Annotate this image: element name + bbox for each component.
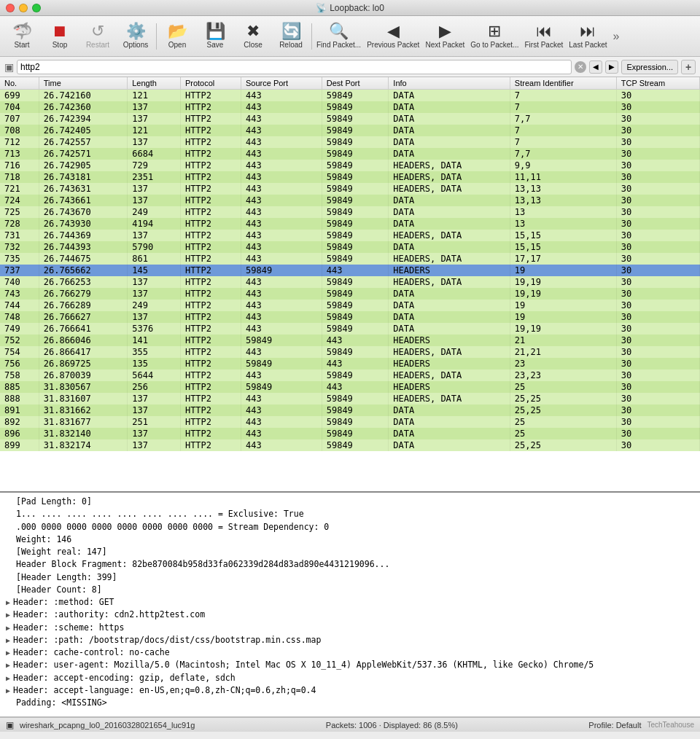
maximize-window-button[interactable]: [32, 4, 41, 12]
col-stream-id: Stream Identifier: [510, 77, 616, 90]
table-cell: 443: [241, 113, 322, 125]
table-cell: 26.743661: [39, 195, 128, 206]
expand-arrow-icon: ▶: [6, 685, 10, 696]
toolbar-separator-1: [156, 23, 157, 50]
filter-input[interactable]: [17, 60, 572, 74]
detail-line[interactable]: ▶Header: accept-encoding: gzip, deflate,…: [0, 672, 700, 684]
table-cell: 30: [616, 160, 699, 171]
table-cell: 443: [322, 335, 389, 346]
packet-table: No. Time Length Protocol Source Port Des…: [0, 77, 700, 451]
filter-forward-button[interactable]: ▶: [605, 60, 618, 74]
table-cell: 59849: [241, 335, 322, 346]
table-row[interactable]: 75426.866417355HTTP244359849HEADERS, DAT…: [0, 346, 700, 358]
stop-button[interactable]: ⏹ Stop: [41, 18, 79, 55]
table-cell: 30: [616, 370, 699, 381]
table-cell: 30: [616, 428, 699, 439]
table-row[interactable]: 72126.743631137HTTP244359849HEADERS, DAT…: [0, 183, 700, 195]
start-button[interactable]: 🦈 Start: [3, 18, 41, 55]
previous-packet-button[interactable]: ◀ Previous Packet: [364, 18, 422, 55]
reload-icon: 🔄: [281, 23, 301, 39]
table-cell: 9,9: [510, 160, 616, 171]
table-row[interactable]: 74026.766253137HTTP244359849HEADERS, DAT…: [0, 276, 700, 288]
table-row[interactable]: 71326.7425716684HTTP244359849DATA7,730: [0, 148, 700, 160]
table-row[interactable]: 70426.742360137HTTP244359849DATA730: [0, 101, 700, 113]
table-cell: 443: [241, 90, 322, 102]
table-row[interactable]: 72426.743661137HTTP244359849DATA13,1330: [0, 195, 700, 206]
table-row[interactable]: 73726.765662145HTTP259849443HEADERS1930: [0, 265, 700, 276]
first-packet-button[interactable]: ⏮ First Packet: [521, 18, 566, 55]
detail-line[interactable]: ▶Header: :method: GET: [0, 596, 700, 609]
table-cell: 704: [0, 101, 39, 113]
table-cell: HTTP2: [180, 439, 241, 451]
table-row[interactable]: 73226.7443935790HTTP244359849DATA15,1530: [0, 241, 700, 253]
packet-table-wrapper[interactable]: No. Time Length Protocol Source Port Des…: [0, 77, 700, 493]
detail-line[interactable]: ▶Header: :scheme: https: [0, 622, 700, 634]
detail-line[interactable]: ▶Header: :path: /bootstrap/docs/dist/css…: [0, 634, 700, 646]
table-row[interactable]: 72826.7439304194HTTP244359849DATA1330: [0, 218, 700, 230]
filter-add-button[interactable]: +: [681, 60, 696, 74]
detail-pane[interactable]: [Pad Length: 0]1... .... .... .... .... …: [0, 493, 700, 717]
table-cell: 5644: [128, 370, 181, 381]
table-row[interactable]: 88531.830567256HTTP259849443HEADERS2530: [0, 381, 700, 393]
table-row[interactable]: 75226.866046141HTTP259849443HEADERS2130: [0, 335, 700, 346]
table-cell: 30: [616, 346, 699, 358]
next-packet-button[interactable]: ▶ Next Packet: [422, 18, 467, 55]
table-row[interactable]: 74326.766279137HTTP244359849DATA19,1930: [0, 288, 700, 300]
find-packet-button[interactable]: 🔍 Find Packet...: [314, 18, 364, 55]
table-row[interactable]: 71826.7431812351HTTP244359849HEADERS, DA…: [0, 171, 700, 183]
open-button[interactable]: 📂 Open: [158, 18, 196, 55]
table-cell: 718: [0, 171, 39, 183]
table-row[interactable]: 74426.766289249HTTP244359849DATA1930: [0, 300, 700, 311]
table-row[interactable]: 70726.742394137HTTP244359849DATA7,730: [0, 113, 700, 125]
reload-button[interactable]: 🔄 Reload: [272, 18, 310, 55]
table-row[interactable]: 74926.7666415376HTTP244359849DATA19,1930: [0, 323, 700, 335]
table-row[interactable]: 75626.869725135HTTP259849443HEADERS2330: [0, 358, 700, 370]
table-cell: 59849: [322, 183, 389, 195]
table-cell: 19: [510, 300, 616, 311]
detail-line[interactable]: ▶Header: user-agent: Mozilla/5.0 (Macint…: [0, 659, 700, 671]
restart-button[interactable]: ↺ Restart: [79, 18, 117, 55]
minimize-window-button[interactable]: [19, 4, 28, 12]
table-row[interactable]: 72526.743670249HTTP244359849DATA1330: [0, 206, 700, 218]
table-cell: 59849: [322, 148, 389, 160]
detail-line[interactable]: ▶Header: accept-language: en-US,en;q=0.8…: [0, 684, 700, 697]
toolbar-more-button[interactable]: »: [610, 30, 623, 43]
table-row[interactable]: 73126.744369137HTTP244359849HEADERS, DAT…: [0, 230, 700, 241]
options-button[interactable]: ⚙️ Options: [117, 18, 155, 55]
table-row[interactable]: 89231.831677251HTTP244359849DATA2530: [0, 416, 700, 428]
table-row[interactable]: 69926.742160121HTTP244359849DATA730: [0, 90, 700, 102]
table-row[interactable]: 71626.742905729HTTP244359849HEADERS, DAT…: [0, 160, 700, 171]
table-row[interactable]: 73526.744675861HTTP244359849HEADERS, DAT…: [0, 253, 700, 265]
col-length: Length: [128, 77, 181, 90]
table-cell: 137: [128, 311, 181, 323]
save-button[interactable]: 💾 Save: [196, 18, 234, 55]
table-cell: 30: [616, 265, 699, 276]
detail-line[interactable]: ▶Header: :authority: cdn2.http2test.com: [0, 609, 700, 621]
table-row[interactable]: 89131.831662137HTTP244359849DATA25,2530: [0, 404, 700, 416]
table-cell: 443: [322, 265, 389, 276]
table-row[interactable]: 89631.832140137HTTP244359849DATA2530: [0, 428, 700, 439]
goto-packet-button[interactable]: ⊞ Go to Packet...: [467, 18, 521, 55]
table-row[interactable]: 70826.742405121HTTP244359849DATA730: [0, 125, 700, 136]
table-cell: 26.742394: [39, 113, 128, 125]
table-cell: 443: [241, 171, 322, 183]
expression-button[interactable]: Expression...: [621, 60, 678, 74]
table-cell: 23,23: [510, 370, 616, 381]
table-cell: 30: [616, 136, 699, 148]
table-cell: 861: [128, 253, 181, 265]
stop-icon: ⏹: [52, 23, 68, 39]
table-cell: 7: [510, 101, 616, 113]
table-row[interactable]: 71226.742557137HTTP244359849DATA730: [0, 136, 700, 148]
table-row[interactable]: 88831.831607137HTTP244359849HEADERS, DAT…: [0, 393, 700, 404]
table-row[interactable]: 74826.766627137HTTP244359849DATA1930: [0, 311, 700, 323]
table-row[interactable]: 75826.8700395644HTTP244359849HEADERS, DA…: [0, 370, 700, 381]
filter-back-button[interactable]: ◀: [589, 60, 602, 74]
table-cell: 256: [128, 381, 181, 393]
table-row[interactable]: 89931.832174137HTTP244359849DATA25,2530: [0, 439, 700, 451]
detail-line[interactable]: ▶Header: cache-control: no-cache: [0, 646, 700, 659]
table-cell: DATA: [389, 90, 510, 102]
last-packet-button[interactable]: ⏭ Last Packet: [566, 18, 610, 55]
filter-clear-button[interactable]: ✕: [575, 61, 586, 73]
close-window-button[interactable]: [6, 4, 15, 12]
close-capture-button[interactable]: ✖ Close: [234, 18, 272, 55]
